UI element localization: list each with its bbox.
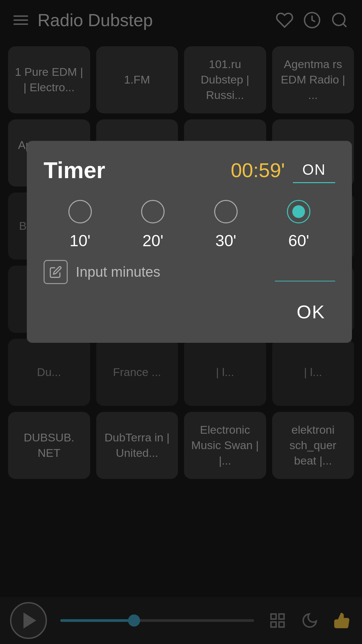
radio-option-60[interactable]: 60'	[287, 200, 310, 250]
radio-circle-30[interactable]	[214, 200, 238, 223]
radio-circle-10[interactable]	[68, 200, 92, 223]
timer-toggle-button[interactable]: ON	[293, 157, 335, 183]
radio-option-10[interactable]: 10'	[68, 200, 92, 250]
timer-header: Timer 00:59' ON	[44, 157, 335, 183]
ok-row: OK	[44, 298, 335, 326]
input-minutes-label: Input minutes	[76, 264, 267, 280]
timer-header-right: 00:59' ON	[231, 157, 335, 183]
timer-countdown: 00:59'	[231, 159, 285, 182]
radio-label-60: 60'	[288, 231, 309, 250]
timer-radio-options: 10' 20' 30' 60'	[44, 200, 335, 250]
ok-button[interactable]: OK	[287, 298, 335, 326]
radio-label-20: 20'	[142, 231, 164, 250]
radio-circle-60[interactable]	[287, 200, 310, 223]
radio-label-30: 30'	[215, 231, 236, 250]
timer-title: Timer	[44, 157, 105, 183]
edit-icon	[44, 260, 68, 284]
radio-option-20[interactable]: 20'	[141, 200, 165, 250]
radio-option-30[interactable]: 30'	[214, 200, 238, 250]
input-minutes-row: Input minutes	[44, 260, 335, 284]
input-minutes-field[interactable]	[275, 263, 335, 281]
radio-label-10: 10'	[69, 231, 90, 250]
timer-dialog: Timer 00:59' ON 10' 20' 30' 60'	[27, 141, 352, 343]
radio-circle-20[interactable]	[141, 200, 165, 223]
